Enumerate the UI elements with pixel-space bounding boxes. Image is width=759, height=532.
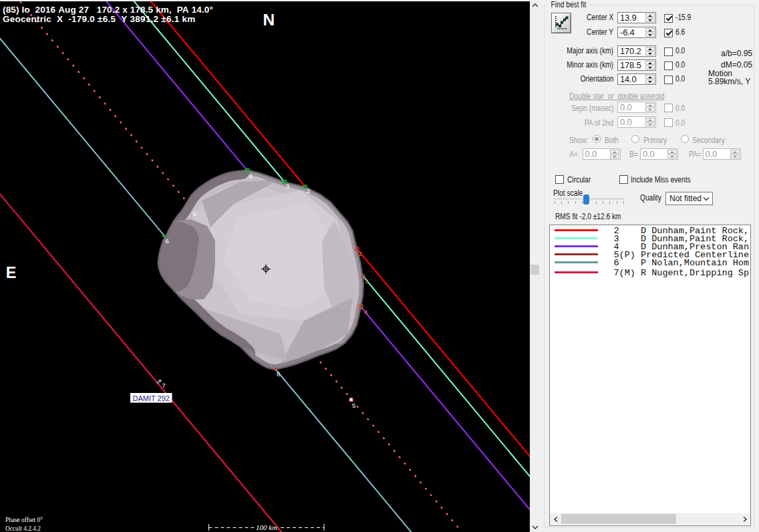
svg-text:E: E bbox=[6, 264, 17, 281]
svg-text:Occult 4.2.4.2: Occult 4.2.4.2 bbox=[5, 525, 41, 532]
svg-text:6: 6 bbox=[277, 370, 280, 378]
svg-text:2: 2 bbox=[307, 187, 310, 194]
svg-text:4: 4 bbox=[364, 308, 367, 315]
svg-text:5: 5 bbox=[352, 402, 355, 409]
svg-text:(85) Io 2016 Aug 27 170.2 x: (85) Io 2016 Aug 27 170.2 x 178.5 km, PA… bbox=[3, 5, 213, 15]
svg-text:2: 2 bbox=[359, 250, 362, 257]
svg-text:7: 7 bbox=[162, 382, 166, 389]
svg-text:DAMIT 292: DAMIT 292 bbox=[133, 394, 170, 402]
svg-text:N: N bbox=[263, 11, 275, 29]
svg-text:4: 4 bbox=[249, 172, 253, 180]
svg-text:100 km: 100 km bbox=[256, 523, 277, 531]
svg-text:6: 6 bbox=[166, 237, 169, 245]
svg-text:3: 3 bbox=[365, 277, 368, 285]
svg-text:3: 3 bbox=[286, 182, 289, 190]
svg-text:5: 5 bbox=[193, 210, 196, 217]
svg-text:Geocentric X -179.0 ±6.5 Y: Geocentric X -179.0 ±6.5 Y 3891.2 ±6.1 k… bbox=[3, 14, 195, 24]
svg-text:Phase offset 0°: Phase offset 0° bbox=[5, 515, 43, 523]
